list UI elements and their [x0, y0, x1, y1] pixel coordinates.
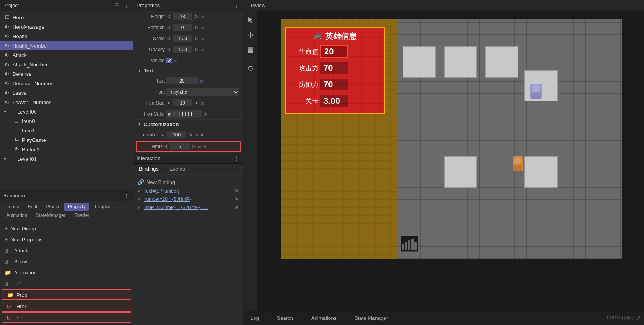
resource-prop[interactable]: 📁 Prop [2, 289, 131, 300]
playgame-label: PlayGame [22, 137, 46, 143]
fontsize-input[interactable] [173, 99, 192, 106]
resource-new-group[interactable]: + New Group [0, 223, 133, 234]
resource-menu-icon[interactable]: ⋮ [123, 193, 130, 199]
tree-item-hero[interactable]: ☐ Hero [0, 13, 133, 22]
opacity-input[interactable] [173, 46, 192, 53]
text-section-header[interactable]: ▼ Text [133, 66, 243, 75]
number-increase-btn[interactable]: > [188, 132, 193, 138]
scale-inf-icon: ∞ [200, 35, 204, 42]
visible-checkbox[interactable] [166, 58, 172, 63]
binding-delete-2[interactable]: ✕ [235, 196, 239, 202]
toolbar-separator [246, 59, 254, 59]
fontsize-decrease-btn[interactable]: < [166, 100, 171, 106]
resource-animation[interactable]: 📁 Animation [0, 267, 133, 278]
text-input[interactable] [166, 77, 198, 84]
resource-new-property[interactable]: + New Property [0, 234, 133, 245]
tab-font[interactable]: Font [24, 203, 41, 211]
tree-item-button0[interactable]: ⏻ Button0 [0, 145, 133, 154]
tab-events[interactable]: Events [164, 164, 191, 174]
tree-item-level01[interactable]: ▼ ☐ Leverl01 [0, 154, 133, 163]
tree-item-item1[interactable]: ☐ Item1 [0, 126, 133, 135]
resource-show[interactable]: {/} Show [0, 256, 133, 267]
tree-item-attack-number[interactable]: Aa Attack_Number [0, 60, 133, 69]
number-delete-btn[interactable]: ✕ [200, 132, 204, 138]
height-decrease-btn[interactable]: < [166, 13, 171, 20]
binding-delete-3[interactable]: ✕ [235, 204, 239, 210]
bottom-tab-state-manager[interactable]: State Manager [351, 314, 391, 323]
level01-label: Leverl01 [17, 156, 37, 162]
tree-item-level00[interactable]: ▼ ☐ Leverl00 [0, 107, 133, 116]
attack-icon: Aa [3, 52, 11, 58]
bottom-tab-log[interactable]: Log [247, 314, 262, 323]
opacity-increase-btn[interactable]: > [194, 46, 199, 53]
refresh-tool-btn[interactable] [244, 62, 256, 74]
bottom-tab-search[interactable]: Search [274, 314, 296, 323]
resource-hmp[interactable]: {/} HmP [2, 301, 131, 312]
customization-section-header[interactable]: ▼ Customization [133, 119, 243, 129]
button0-label: Button0 [22, 147, 40, 152]
height-increase-btn[interactable]: > [194, 13, 199, 20]
number-decrease-btn[interactable]: < [161, 132, 165, 138]
hmp-input[interactable] [170, 143, 190, 150]
heromassage-icon: Aa [3, 24, 11, 30]
font-select[interactable]: msyh.ttc [166, 88, 239, 96]
stat-value-3: 3.00 [320, 95, 348, 107]
binding-row-2[interactable]: ✓ number=20 * {$./HmP} ✕ [133, 195, 243, 203]
hmp-increase-btn[interactable]: > [191, 143, 196, 150]
new-property-icon: + [5, 236, 8, 242]
move-tool-btn[interactable] [244, 29, 256, 41]
tree-item-heromassage[interactable]: Aa HeroMassage [0, 22, 133, 31]
new-binding-btn[interactable]: 🔗 New Binding [133, 177, 243, 187]
bottom-tab-animations[interactable]: Animations [308, 314, 339, 323]
tab-statemanager[interactable]: StateManager [32, 211, 69, 219]
scale-input[interactable] [173, 35, 192, 42]
tab-image[interactable]: Image [2, 203, 23, 211]
tab-property[interactable]: Property [64, 203, 89, 211]
resource-m1[interactable]: {/} m1 [0, 278, 133, 289]
tab-shader[interactable]: Shader [70, 211, 93, 219]
tree-item-leaveri[interactable]: Aa LeaverI [0, 88, 133, 97]
binding-row-1[interactable]: ✓ Text={$./number} ✕ [133, 187, 243, 195]
cursor-tool-btn[interactable] [244, 14, 256, 26]
tab-plugin[interactable]: Plugin [42, 203, 63, 211]
resource-header: Resource ⋮ [0, 190, 133, 201]
stat-label-1: 攻击力 [289, 64, 319, 73]
fontsize-increase-btn[interactable]: > [194, 100, 199, 106]
fontcolor-arrow-btn[interactable]: > [203, 111, 208, 117]
resource-attack[interactable]: {/} Attack [0, 245, 133, 256]
hmp-delete-btn[interactable]: ✕ [203, 144, 207, 150]
tree-item-leaveri-number[interactable]: Aa LeaverI_Number [0, 97, 133, 107]
number-input[interactable] [167, 131, 186, 138]
project-list-icon[interactable]: ☰ [114, 2, 120, 9]
tab-bindings[interactable]: Bindings [133, 164, 164, 174]
tree-item-attack[interactable]: Aa Attack [0, 50, 133, 60]
binding-delete-1[interactable]: ✕ [235, 188, 239, 194]
hmp-decrease-btn[interactable]: < [164, 143, 168, 150]
rotation-input[interactable] [173, 24, 192, 31]
tree-item-defense[interactable]: Aa Defense [0, 69, 133, 79]
properties-menu-icon[interactable]: ⋮ [233, 2, 240, 9]
project-menu-icon[interactable]: ⋮ [123, 2, 130, 9]
rotation-decrease-btn[interactable]: < [166, 24, 171, 31]
dungeon-block-2 [444, 46, 477, 78]
tree-item-health-number[interactable]: Aa Health_Number [0, 41, 133, 50]
resource-lp[interactable]: {/} LP [2, 312, 131, 323]
layers-tool-btn[interactable] [244, 44, 256, 56]
tree-item-defense-number[interactable]: Aa Defense_Number [0, 79, 133, 88]
fontcolor-input[interactable] [166, 110, 202, 118]
tree-item-item0[interactable]: ☐ Item0 [0, 116, 133, 126]
scale-decrease-btn[interactable]: < [166, 35, 171, 42]
tab-template[interactable]: Template [90, 203, 117, 211]
tree-item-health[interactable]: Aa Health [0, 31, 133, 41]
opacity-decrease-btn[interactable]: < [166, 46, 171, 53]
prop-text-label: Text [137, 78, 165, 84]
height-input[interactable] [173, 13, 192, 20]
left-panel: Project ☰ ⋮ ☐ Hero Aa HeroMassage Aa Hea… [0, 0, 133, 325]
interaction-menu-icon[interactable]: ⋮ [233, 155, 240, 162]
tree-item-playgame[interactable]: Aa PlayGame [0, 135, 133, 145]
tab-animation[interactable]: Animation [2, 211, 31, 219]
rotation-increase-btn[interactable]: > [194, 24, 199, 31]
binding-row-3[interactable]: ✓ HmP={$./HmP} = {$./HmP} +... ✕ [133, 203, 243, 211]
scale-increase-btn[interactable]: > [194, 35, 199, 42]
binding-check-3: ✓ [137, 205, 141, 210]
